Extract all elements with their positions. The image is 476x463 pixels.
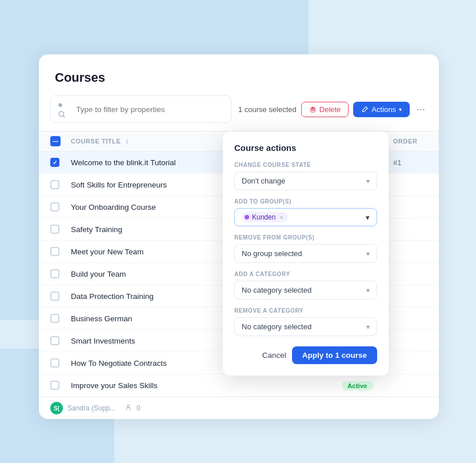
select-all-checkbox[interactable] (50, 136, 61, 146)
chevron-down-icon: ▾ (399, 106, 402, 113)
svg-point-8 (127, 405, 130, 408)
course-title: Improve your Sales Skills (71, 381, 342, 390)
svg-line-1 (63, 115, 64, 117)
cancel-button[interactable]: Cancel (262, 351, 286, 360)
ellipsis-icon: ··· (417, 103, 425, 115)
trash-icon (309, 106, 317, 113)
remove-from-groups-label: REMOVE FROM GROUP(S) (234, 234, 377, 241)
row-checkbox[interactable] (50, 247, 59, 256)
remove-category-value: No category selected (242, 322, 311, 331)
remove-category-label: REMOVE A CATEGORY (234, 308, 377, 314)
more-options-button[interactable]: ··· (414, 102, 427, 117)
user-icon (125, 404, 132, 413)
delete-button[interactable]: Delete (301, 102, 349, 117)
svg-rect-3 (313, 109, 313, 111)
user-count: 0 (137, 404, 141, 412)
row-checkbox[interactable] (50, 292, 59, 301)
add-category-value: No category selected (242, 286, 311, 294)
group-tag-label: Kunden (252, 213, 275, 221)
pencil-icon (361, 106, 369, 113)
toolbar: ● 1 course selected Delete (39, 95, 439, 131)
order-number: #1 (393, 158, 427, 167)
add-category-section: ADD A CATEGORY No category selected ▾ (234, 271, 377, 300)
page-title: Courses (39, 54, 439, 95)
delete-label: Delete (319, 105, 341, 114)
row-checkbox[interactable] (50, 381, 59, 390)
chevron-down-icon: ▾ (366, 323, 370, 331)
remove-from-groups-select[interactable]: No group selected ▾ (234, 244, 377, 263)
table-row[interactable]: Improve your Sales SkillsActive (39, 374, 439, 397)
svg-rect-2 (311, 109, 312, 111)
row-checkbox[interactable] (50, 358, 59, 368)
row-checkbox[interactable] (50, 225, 59, 234)
avatar: S( (50, 402, 63, 414)
row-checkbox[interactable] (50, 269, 59, 278)
group-tag-kunden: Kunden × (242, 212, 288, 222)
apply-button[interactable]: Apply to 1 course (292, 346, 377, 364)
remove-category-section: REMOVE A CATEGORY No category selected ▾ (234, 308, 377, 336)
add-to-groups-label: ADD TO GROUP(S) (234, 198, 377, 205)
group-dot (245, 215, 249, 219)
change-course-state-value: Don't change (242, 177, 285, 185)
chevron-down-icon: ▾ (366, 213, 370, 222)
selected-label: 1 course selected (238, 105, 297, 114)
remove-category-select[interactable]: No category selected ▾ (234, 317, 377, 336)
change-course-state-label: CHANGE COURSE STATE (234, 162, 377, 168)
user-name: Sandra (Supp... (67, 404, 115, 412)
row-checkbox[interactable] (50, 180, 59, 189)
remove-from-groups-section: REMOVE FROM GROUP(S) No group selected ▾ (234, 234, 377, 263)
remove-tag-button[interactable]: × (279, 214, 283, 221)
change-course-state-section: CHANGE COURSE STATE Don't change ▾ (234, 162, 377, 190)
add-category-label: ADD A CATEGORY (234, 271, 377, 277)
panel-title: Course actions (234, 143, 377, 153)
chevron-down-icon: ▾ (366, 177, 370, 185)
row-checkbox[interactable] (50, 336, 59, 345)
row-checkbox[interactable] (50, 158, 59, 167)
add-category-select[interactable]: No category selected ▾ (234, 281, 377, 300)
actions-button[interactable]: Actions ▾ (353, 102, 410, 117)
svg-rect-4 (314, 109, 314, 111)
search-icon: ● (58, 99, 71, 119)
search-bar[interactable]: ● (50, 95, 231, 123)
change-course-state-select[interactable]: Don't change ▾ (234, 171, 377, 190)
row-checkbox[interactable] (50, 202, 59, 211)
col-order-header: ORDER (393, 138, 427, 145)
chevron-down-icon: ▾ (366, 286, 370, 294)
panel-footer: Cancel Apply to 1 course (234, 346, 377, 364)
row-checkbox[interactable] (50, 314, 59, 323)
actions-label: Actions (371, 105, 396, 114)
remove-from-groups-value: No group selected (242, 249, 302, 258)
actions-panel: Course actions CHANGE COURSE STATE Don't… (223, 131, 389, 376)
search-input[interactable] (76, 105, 224, 114)
footer-row: S( Sandra (Supp... 0 (39, 397, 439, 419)
add-to-groups-select[interactable]: Kunden × ▾ (234, 208, 377, 226)
svg-rect-6 (311, 106, 314, 107)
toolbar-right: 1 course selected Delete Actions ▾ (238, 102, 427, 117)
status-badge: Active (342, 380, 393, 390)
add-to-groups-section: ADD TO GROUP(S) Kunden × ▾ (234, 198, 377, 226)
chevron-down-icon: ▾ (366, 250, 370, 258)
